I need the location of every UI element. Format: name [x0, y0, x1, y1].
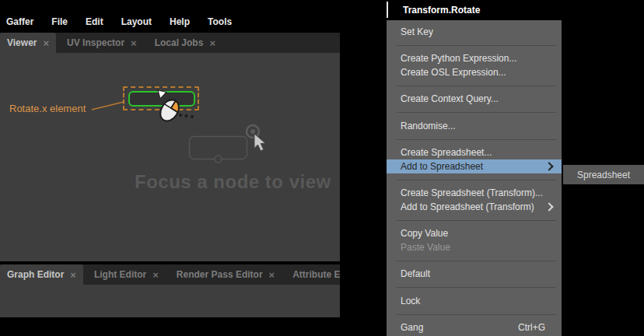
- menu-tools[interactable]: Tools: [208, 16, 232, 27]
- menu-item-set-key[interactable]: Set Key: [387, 25, 562, 39]
- node-output-port[interactable]: [215, 156, 222, 163]
- menu-separator: [397, 261, 556, 261]
- menu-separator: [397, 112, 556, 113]
- viewer-panel: Focus a node to view Rotate.x element: [0, 53, 340, 261]
- submenu-arrow-icon: [544, 162, 553, 170]
- menu-header-edge: [387, 2, 388, 18]
- close-icon[interactable]: ×: [70, 270, 76, 280]
- close-icon[interactable]: ×: [209, 38, 215, 48]
- tab-attribute-editor[interactable]: Attribute Editor ×: [285, 264, 340, 285]
- menu-item-label: Gang: [401, 322, 423, 333]
- tab-local-jobs[interactable]: Local Jobs ×: [148, 33, 222, 53]
- menu-item-label: Add to Spreadsheet (Transform): [401, 201, 534, 212]
- menu-separator: [397, 139, 556, 140]
- tab-uv-inspector-label: UV Inspector: [67, 37, 124, 48]
- menu-item-randomise[interactable]: Randomise...: [387, 119, 562, 133]
- menu-item-label: Add to Spreadsheet: [401, 161, 483, 172]
- menu-separator: [397, 287, 556, 288]
- wireframe-node[interactable]: [190, 137, 247, 163]
- annotation-connector-line: [92, 102, 124, 110]
- bottom-tab-bar: Graph Editor × Light Editor × Render Pas…: [0, 264, 340, 285]
- rotate-x-plug-field[interactable]: [128, 91, 195, 107]
- menu-item-create-spreadsheet[interactable]: Create Spreadsheet...: [387, 146, 562, 160]
- menu-item-lock[interactable]: Lock: [387, 294, 562, 308]
- tab-light-editor[interactable]: Light Editor ×: [87, 264, 166, 285]
- tab-local-jobs-label: Local Jobs: [155, 37, 204, 48]
- menu-layout[interactable]: Layout: [121, 16, 152, 27]
- menu-separator: [397, 180, 556, 180]
- gaffer-window: Gaffer File Edit Layout Help Tools Viewe…: [0, 0, 340, 317]
- context-menu-title: Transform.Rotate: [387, 0, 562, 20]
- menu-item-gang[interactable]: Gang Ctrl+G: [387, 321, 562, 335]
- menu-item-add-to-spreadsheet[interactable]: Add to Spreadsheet: [387, 159, 562, 173]
- menu-separator: [397, 314, 556, 315]
- menu-item-create-spreadsheet-transform[interactable]: Create Spreadsheet (Transform)...: [387, 187, 562, 201]
- menu-separator: [397, 86, 556, 86]
- close-icon[interactable]: ×: [152, 270, 159, 280]
- tab-light-editor-label: Light Editor: [94, 269, 146, 280]
- menu-item-create-osl-expression[interactable]: Create OSL Expression...: [387, 65, 562, 79]
- menu-item-default[interactable]: Default: [387, 268, 562, 282]
- top-tab-bar: Viewer × UV Inspector × Local Jobs ×: [0, 33, 340, 53]
- menu-separator: [397, 220, 556, 221]
- menu-bar: Gaffer File Edit Layout Help Tools: [0, 0, 340, 33]
- menu-item-create-context-query[interactable]: Create Context Query...: [387, 93, 562, 107]
- tab-uv-inspector[interactable]: UV Inspector ×: [60, 33, 144, 53]
- close-icon[interactable]: ×: [43, 38, 49, 48]
- viewer-placeholder-text: Focus a node to view: [135, 171, 331, 193]
- focus-ring-icon: [247, 125, 259, 138]
- menu-help[interactable]: Help: [170, 16, 190, 27]
- screenshot-root: Gaffer File Edit Layout Help Tools Viewe…: [0, 0, 644, 336]
- tab-render-pass-editor[interactable]: Render Pass Editor ×: [170, 264, 282, 285]
- menu-item-copy-value[interactable]: Copy Value: [387, 227, 562, 241]
- menu-gaffer[interactable]: Gaffer: [6, 16, 33, 27]
- tab-viewer-label: Viewer: [7, 37, 37, 48]
- submenu-item-spreadsheet[interactable]: Spreadsheet: [563, 165, 644, 184]
- menu-item-add-to-spreadsheet-transform[interactable]: Add to Spreadsheet (Transform): [387, 200, 562, 214]
- viewer-illustration: [0, 53, 340, 261]
- close-icon[interactable]: ×: [131, 38, 137, 48]
- ellipsis-dots: [179, 114, 194, 118]
- tab-graph-editor-label: Graph Editor: [7, 269, 64, 280]
- menu-file[interactable]: File: [51, 16, 68, 27]
- menu-item-create-python-expression[interactable]: Create Python Expression...: [387, 52, 562, 66]
- menu-edit[interactable]: Edit: [86, 16, 103, 27]
- menu-separator: [397, 45, 556, 46]
- context-menu-title-text: Transform.Rotate: [403, 5, 480, 16]
- submenu-arrow-icon: [544, 202, 553, 211]
- close-icon[interactable]: ×: [269, 270, 275, 280]
- tab-graph-editor[interactable]: Graph Editor ×: [0, 264, 83, 285]
- annotation-label: Rotate.x element: [9, 103, 86, 114]
- menu-item-shortcut: Ctrl+G: [518, 322, 555, 333]
- tab-viewer[interactable]: Viewer ×: [0, 33, 56, 53]
- context-menu-body: Set Key Create Python Expression... Crea…: [387, 20, 562, 336]
- spreadsheet-submenu: Spreadsheet: [563, 165, 644, 184]
- graph-editor-panel: [0, 285, 340, 317]
- tab-attribute-editor-label: Attribute Editor: [292, 269, 340, 280]
- pointer-cursor-icon: [254, 134, 265, 151]
- tab-render-pass-editor-label: Render Pass Editor: [177, 269, 263, 280]
- context-menu: Transform.Rotate Set Key Create Python E…: [387, 0, 562, 336]
- menu-item-paste-value: Paste Value: [387, 240, 562, 254]
